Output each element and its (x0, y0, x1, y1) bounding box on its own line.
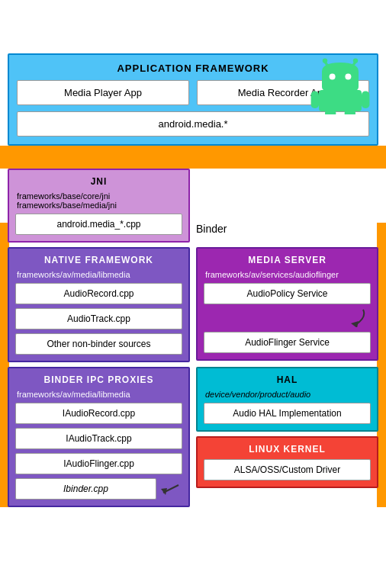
binder-hal-row: BINDER IPC PROXIES frameworks/av/media/l… (8, 367, 378, 507)
binder-file-1: IAudioTrack.cpp (15, 428, 182, 449)
binder-file-0: IAudioRecord.cpp (15, 403, 182, 424)
hal-section: HAL device/vendor/product/audio Audio HA… (196, 367, 378, 432)
binder-ipc-col: BINDER IPC PROXIES frameworks/av/media/l… (8, 367, 190, 507)
content-area: APPLICATION FRAMEWORK Media Player App M… (0, 53, 386, 507)
media-server-path: frameworks/av/services/audioflinger (204, 270, 371, 279)
right-binder-area: Binder (196, 169, 378, 243)
hal-title: HAL (204, 374, 371, 385)
jni-path1: frameworks/base/core/jni frameworks/base… (15, 191, 182, 210)
jni-section: JNI frameworks/base/core/jni frameworks/… (8, 169, 190, 243)
svg-rect-7 (311, 92, 319, 108)
hal-file-0: Audio HAL Implementation (204, 403, 371, 424)
native-file-1: AudioTrack.cpp (15, 308, 182, 329)
orange-band (0, 146, 386, 169)
svg-point-4 (330, 73, 336, 79)
binder-label: Binder (196, 223, 227, 235)
media-server-file-0: AudioPolicy Service (204, 283, 371, 304)
binder-ipc-section: BINDER IPC PROXIES frameworks/av/media/l… (8, 367, 190, 507)
native-file-0: AudioRecord.cpp (15, 283, 182, 304)
jni-title: JNI (15, 176, 182, 187)
svg-point-3 (353, 58, 358, 63)
svg-point-5 (345, 73, 351, 79)
android-media-box: android.media.* (17, 111, 369, 137)
svg-rect-6 (319, 90, 362, 111)
svg-rect-9 (325, 110, 336, 114)
jni-file-box: android.media_*.cpp (15, 214, 182, 235)
hal-path: device/vendor/product/audio (204, 390, 371, 399)
binder-file-2: IAudioFlinger.cpp (15, 453, 182, 474)
native-media-row: NATIVE FRAMEWORK frameworks/av/media/lib… (8, 247, 378, 362)
native-framework-title: NATIVE FRAMEWORK (15, 255, 182, 265)
two-col-row: JNI frameworks/base/core/jni frameworks/… (8, 169, 378, 243)
svg-marker-13 (161, 488, 167, 495)
svg-rect-8 (362, 92, 369, 108)
native-framework-col: NATIVE FRAMEWORK frameworks/av/media/lib… (8, 247, 190, 362)
hal-linux-col: HAL device/vendor/product/audio Audio HA… (196, 367, 378, 507)
svg-rect-10 (345, 110, 355, 114)
linux-title: LINUX KERNEL (204, 444, 371, 455)
media-server-section: MEDIA SERVER frameworks/av/services/audi… (196, 247, 378, 361)
binder-ipc-path: frameworks/av/media/libmedia (15, 390, 182, 399)
android-robot (310, 53, 371, 114)
binder-ipc-title: BINDER IPC PROXIES (15, 374, 182, 385)
media-server-col: MEDIA SERVER frameworks/av/services/audi… (196, 247, 378, 362)
page-wrapper: APPLICATION FRAMEWORK Media Player App M… (0, 53, 386, 507)
media-server-title: MEDIA SERVER (204, 255, 371, 265)
linux-kernel-section: LINUX KERNEL ALSA/OSS/Custom Driver (196, 436, 378, 488)
media-player-app-box: Media Player App (17, 80, 189, 105)
linux-file-0: ALSA/OSS/Custom Driver (204, 459, 371, 480)
native-framework-section: NATIVE FRAMEWORK frameworks/av/media/lib… (8, 247, 190, 362)
svg-point-2 (323, 58, 327, 63)
media-server-file-1: AudioFlinger Service (204, 332, 371, 353)
left-column: JNI frameworks/base/core/jni frameworks/… (8, 169, 190, 243)
binder-file-3: Ibinder.cpp (15, 478, 156, 500)
svg-marker-11 (351, 321, 359, 327)
native-path: frameworks/av/media/libmedia (15, 270, 182, 279)
native-file-2: Other non-binder sources (15, 333, 182, 355)
